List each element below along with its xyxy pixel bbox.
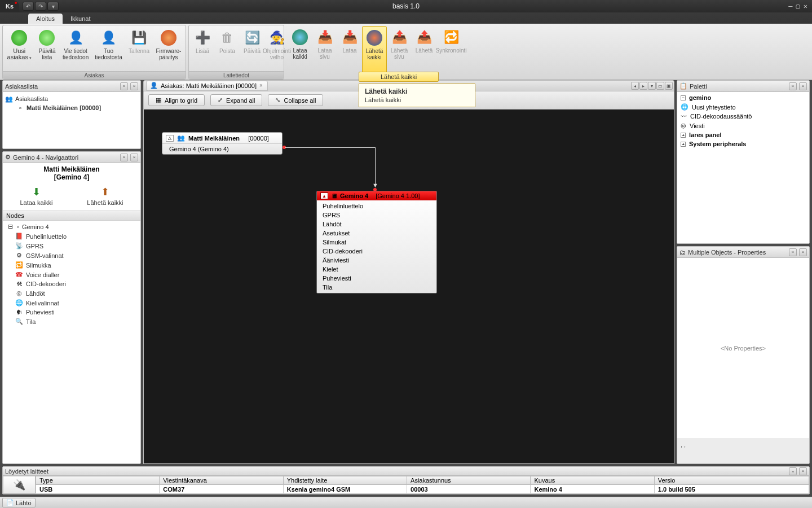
send-page-button[interactable]: 📤Lähetä sivu bbox=[387, 26, 412, 78]
sync-button[interactable]: 🔁Synkronointi bbox=[436, 26, 466, 78]
node-collapse-button[interactable]: △ bbox=[166, 135, 174, 142]
wave-icon: 〰 bbox=[681, 113, 687, 120]
gear-icon: ⚙ bbox=[5, 154, 11, 161]
device-thumb[interactable]: 🔌 bbox=[3, 476, 36, 494]
palette-item[interactable]: 〰CID-dekoodaussääntö bbox=[678, 112, 808, 121]
nav-load-all-button[interactable]: ⬇Lataa kaikki bbox=[20, 186, 52, 206]
load-page-button[interactable]: 📥Lataa sivu bbox=[312, 26, 337, 78]
add-button[interactable]: ➕Lisää bbox=[190, 27, 215, 70]
expand-all-button[interactable]: ⤢Expand all bbox=[210, 94, 262, 106]
phone-icon: ☎ bbox=[15, 271, 23, 278]
devices-title: Löydetyt laitteet bbox=[5, 468, 48, 475]
navigator-tree[interactable]: ⊟▫Gemino 4 📕Puhelinluettelo 📡GPRS ⚙GSM-v… bbox=[3, 221, 140, 463]
ribbon-group-device: Laitetiedot bbox=[189, 71, 284, 79]
palette-group[interactable]: −gemino bbox=[678, 93, 808, 102]
close-button[interactable]: ✕ bbox=[804, 2, 807, 10]
send-button[interactable]: 📤Lähetä bbox=[412, 26, 436, 78]
nav-item[interactable]: ◎Lähdöt bbox=[4, 288, 139, 298]
upload-icon: ⬆ bbox=[101, 186, 109, 198]
palette-group[interactable]: +lares panel bbox=[678, 130, 808, 139]
nav-item[interactable]: 📡GPRS bbox=[4, 241, 139, 251]
undo-button[interactable]: ↶ bbox=[23, 2, 34, 11]
file-icon: ▫ bbox=[16, 104, 24, 112]
file-icon: ▫ bbox=[17, 224, 19, 230]
nav-item[interactable]: 📕Puhelinluettelo bbox=[4, 231, 139, 241]
status-output[interactable]: 📄Lähtö bbox=[2, 498, 36, 507]
connector-line bbox=[375, 147, 376, 185]
panel-collapse-button[interactable]: « bbox=[120, 82, 128, 90]
tab-list-button[interactable]: ▾ bbox=[648, 82, 656, 90]
palette-icon: 📋 bbox=[679, 82, 687, 90]
customer-tree[interactable]: 👥Asiakaslista ▫ Matti Meikäläinen [00000… bbox=[3, 92, 140, 148]
nav-section-header: Nodes bbox=[3, 211, 140, 221]
minimize-button[interactable]: — bbox=[788, 2, 792, 10]
node-collapse-button[interactable]: ▲ bbox=[320, 192, 328, 199]
status-bar: 📄Lähtö bbox=[0, 497, 812, 508]
tab-home[interactable]: Aloitus bbox=[28, 14, 63, 24]
voice-icon: 🗣 bbox=[15, 309, 23, 316]
panel-close-button[interactable]: × bbox=[130, 154, 138, 161]
nav-item[interactable]: 🔁Silmukka bbox=[4, 260, 139, 270]
nav-root[interactable]: ⊟▫Gemino 4 bbox=[4, 222, 139, 231]
loop-icon: 🔁 bbox=[15, 261, 23, 269]
palette-group[interactable]: +System peripherals bbox=[678, 139, 808, 148]
tab-max-button[interactable]: ▣ bbox=[665, 82, 673, 90]
maximize-button[interactable]: ▢ bbox=[796, 2, 800, 10]
devices-table[interactable]: Type Viestintäkanava Yhdistetty laite As… bbox=[36, 476, 809, 494]
nav-item[interactable]: 🗣Puheviesti bbox=[4, 308, 139, 317]
nav-item[interactable]: 🛠CID-dekooderi bbox=[4, 279, 139, 288]
export-button[interactable]: 👤Vie tiedot tiedostoon bbox=[59, 27, 91, 70]
qat-dropdown[interactable]: ▾ bbox=[47, 2, 59, 11]
firmware-update-button[interactable]: Firmware- päivitys bbox=[153, 27, 184, 70]
document-tab[interactable]: 👤 Asiakas: Matti Meikäläinen [00000] × bbox=[146, 81, 268, 91]
folder-icon: 👥 bbox=[5, 95, 13, 103]
contact-icon: 🌐 bbox=[681, 103, 689, 111]
tab-prev-button[interactable]: ◂ bbox=[631, 82, 639, 90]
customer-node[interactable]: △ 👥 Matti Meikäläinen [00000] Gemino 4 (… bbox=[162, 132, 283, 155]
book-icon: 📕 bbox=[15, 233, 23, 240]
table-row[interactable]: USB COM37 Ksenia gemino4 GSM 00003 Kemin… bbox=[36, 485, 809, 494]
new-customer-button[interactable]: Uusi asiakas▾ bbox=[4, 27, 34, 70]
tab-min-button[interactable]: ▭ bbox=[656, 82, 664, 90]
panel-close-button[interactable]: × bbox=[799, 82, 807, 90]
properties-title: Multiple Objects - Properties bbox=[688, 249, 766, 256]
wizard-button[interactable]: 🧙Ohjelmointi velho bbox=[264, 27, 289, 70]
remove-button[interactable]: 🗑Poista bbox=[215, 27, 240, 70]
customer-tree-item[interactable]: ▫ Matti Meikäläinen [00000] bbox=[5, 103, 138, 112]
nav-send-all-button[interactable]: ⬆Lähetä kaikki bbox=[87, 186, 123, 206]
redo-button[interactable]: ↷ bbox=[35, 2, 46, 11]
customer-list-title: Asiakaslista bbox=[5, 83, 38, 90]
load-all-button[interactable]: Lataa kaikki bbox=[288, 26, 312, 78]
tab-close-button[interactable]: × bbox=[259, 82, 263, 89]
settings-icon: ⚙ bbox=[15, 252, 23, 259]
diagram-canvas[interactable]: △ 👥 Matti Meikäläinen [00000] Gemino 4 (… bbox=[143, 110, 674, 464]
nav-item[interactable]: 🔍Tila bbox=[4, 317, 139, 326]
message-icon: ◎ bbox=[681, 122, 686, 129]
panel-collapse-button[interactable]: » bbox=[789, 82, 797, 90]
palette-item[interactable]: 🌐Uusi yhteystieto bbox=[678, 102, 808, 112]
device-node[interactable]: ▲ 🖥 Gemino 4 [Gemino 4 1.00] Puhelinluet… bbox=[316, 191, 437, 294]
send-all-split-caption[interactable]: Lähetä kaikki bbox=[359, 72, 439, 82]
nav-item[interactable]: ⚙GSM-valinnat bbox=[4, 251, 139, 260]
refresh-list-button[interactable]: Päivitä lista bbox=[34, 27, 59, 70]
nav-item[interactable]: ☎Voice dialler bbox=[4, 270, 139, 279]
decoder-icon: 🛠 bbox=[15, 281, 23, 287]
send-all-button[interactable]: Lähetä kaikki bbox=[362, 26, 387, 78]
panel-close-button[interactable]: × bbox=[130, 82, 138, 90]
load-button[interactable]: 📥Lataa bbox=[337, 26, 362, 78]
panel-close-button[interactable]: × bbox=[799, 467, 807, 475]
align-grid-button[interactable]: ▦Align to grid bbox=[148, 94, 205, 106]
tab-next-button[interactable]: ▸ bbox=[639, 82, 647, 90]
nav-item[interactable]: 🌐Kielivalinnat bbox=[4, 298, 139, 308]
tab-windows[interactable]: Ikkunat bbox=[63, 14, 98, 24]
save-button[interactable]: 💾Tallenna bbox=[125, 27, 153, 70]
grid-icon: ▦ bbox=[156, 97, 161, 104]
collapse-all-button[interactable]: ⤡Collapse all bbox=[268, 94, 323, 106]
panel-collapse-button[interactable]: » bbox=[789, 248, 797, 256]
palette-item[interactable]: ◎Viesti bbox=[678, 121, 808, 130]
panel-close-button[interactable]: × bbox=[799, 248, 807, 256]
refresh-button[interactable]: 🔄Päivitä bbox=[240, 27, 264, 70]
import-button[interactable]: 👤Tuo tiedostosta bbox=[92, 27, 125, 70]
panel-collapse-button[interactable]: ⌄ bbox=[789, 467, 797, 475]
panel-collapse-button[interactable]: « bbox=[120, 154, 128, 161]
